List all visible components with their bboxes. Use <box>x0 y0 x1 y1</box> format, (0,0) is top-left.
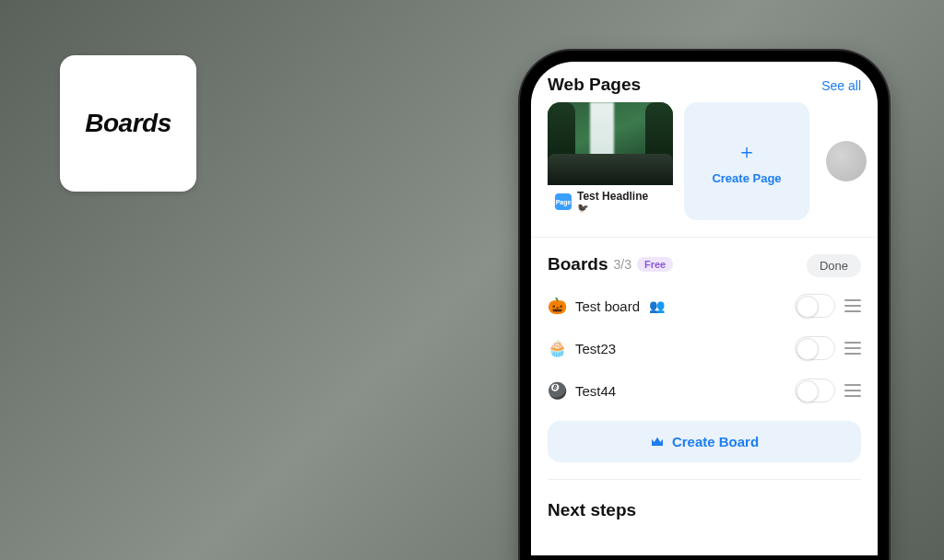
people-icon: 👥 <box>649 298 665 313</box>
see-all-link[interactable]: See all <box>821 78 861 93</box>
boards-title-wrap: Boards 3/3 Free <box>548 254 673 274</box>
create-page-label: Create Page <box>712 171 781 185</box>
page-bird-icon: 🐦‍⬛ <box>577 204 648 213</box>
webpages-section: Web Pages See all Page Test Headline 🐦‍⬛ <box>531 75 878 220</box>
board-toggle[interactable] <box>795 336 835 360</box>
plus-icon: ＋ <box>737 138 757 166</box>
board-name[interactable]: Test board <box>575 298 640 314</box>
page-app-icon: Page <box>555 193 572 210</box>
webpages-title: Web Pages <box>548 75 641 95</box>
webpages-row: Page Test Headline 🐦‍⬛ ＋ Create Page <box>548 102 861 220</box>
crown-icon <box>650 435 665 449</box>
page-card[interactable]: Page Test Headline 🐦‍⬛ <box>548 102 673 220</box>
phone-screen: Web Pages See all Page Test Headline 🐦‍⬛ <box>531 62 878 555</box>
section-divider <box>531 237 878 238</box>
board-emoji: 🎃 <box>548 297 566 316</box>
board-row: 🧁 Test23 <box>548 327 861 369</box>
page-thumbnail <box>548 102 673 185</box>
board-row: 🎃 Test board 👥 <box>548 285 861 327</box>
webpages-header: Web Pages See all <box>548 75 861 95</box>
board-name[interactable]: Test23 <box>575 341 616 356</box>
boards-title: Boards <box>548 254 608 274</box>
boards-count: 3/3 <box>613 257 631 272</box>
board-toggle[interactable] <box>795 379 835 402</box>
drag-handle-icon[interactable] <box>844 299 861 312</box>
board-name[interactable]: Test44 <box>575 383 616 399</box>
create-page-card[interactable]: ＋ Create Page <box>684 102 809 220</box>
app-icon-badge: Boards <box>60 55 196 192</box>
drag-handle-icon[interactable] <box>844 384 861 397</box>
next-steps-title: Next steps <box>531 480 878 520</box>
boards-header: Boards 3/3 Free Done <box>548 254 861 277</box>
board-toggle[interactable] <box>795 294 835 318</box>
create-board-button[interactable]: Create Board <box>548 421 861 462</box>
page-headline: Test Headline <box>577 191 648 202</box>
board-row: 🎱 Test44 <box>548 369 861 412</box>
done-button[interactable]: Done <box>807 254 861 277</box>
drag-handle-icon[interactable] <box>844 342 861 355</box>
create-board-label: Create Board <box>672 434 759 449</box>
page-card-footer: Page Test Headline 🐦‍⬛ <box>548 185 673 220</box>
board-emoji: 🧁 <box>548 339 566 358</box>
phone-frame: Web Pages See all Page Test Headline 🐦‍⬛ <box>520 51 889 560</box>
board-emoji: 🎱 <box>548 381 566 401</box>
tier-badge: Free <box>637 257 673 272</box>
app-icon-label: Boards <box>85 109 171 138</box>
peek-item[interactable] <box>826 141 867 181</box>
boards-section: Boards 3/3 Free Done 🎃 Test board 👥 🧁 Te… <box>531 254 878 412</box>
